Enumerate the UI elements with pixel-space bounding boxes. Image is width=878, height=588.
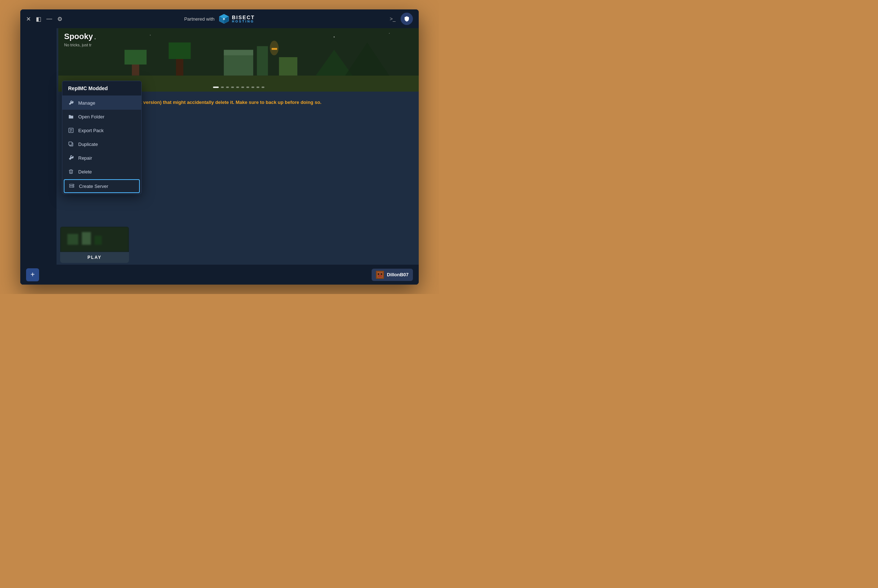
carousel-dot-4[interactable] [231,87,234,88]
terminal-button[interactable]: >_ [390,16,396,22]
menu-repair-label: Repair [78,155,92,161]
carousel-dot-10[interactable] [261,87,264,88]
svg-rect-37 [381,273,382,275]
menu-item-repair[interactable]: Repair [62,151,141,165]
context-menu-title: RepIMC Modded [62,81,141,96]
minimize-button[interactable]: — [47,16,52,22]
svg-rect-12 [224,50,253,56]
carousel-dot-1[interactable] [213,87,219,88]
svg-rect-14 [279,57,297,76]
repair-svg [69,155,74,160]
svg-rect-11 [224,54,253,76]
svg-text:B: B [223,17,225,21]
svg-point-33 [73,186,74,187]
carousel-dots [213,87,264,88]
instance-title: Spooky [64,32,93,41]
add-instance-button[interactable]: + [26,268,39,281]
carousel-dot-8[interactable] [251,87,254,88]
bisect-logo: B BISECT HOSTING [218,13,255,25]
avatar-svg [376,271,384,279]
carousel-dot-2[interactable] [221,87,224,88]
instance-card-thumbnail [60,226,129,252]
menu-manage-label: Manage [78,100,95,106]
menu-item-open-folder[interactable]: Open Folder [62,110,141,123]
user-name-label: DillonB07 [387,272,408,278]
svg-rect-29 [69,142,72,145]
partnered-with-label: Partnered with [184,16,215,22]
instance-card[interactable]: PLAY [60,226,129,263]
folder-svg [69,114,74,119]
save-button[interactable]: ◧ [36,16,41,22]
server-icon [69,183,75,189]
close-button[interactable]: ✕ [26,16,31,22]
instance-subtitle: No tricks, just tr [64,43,93,47]
main-content: Spooky No tricks, just tr Beware of inst… [20,28,419,285]
carousel-dot-6[interactable] [241,87,244,88]
instance-info: Spooky No tricks, just tr [64,32,93,47]
carousel-dot-9[interactable] [257,87,259,88]
app-window: ✕ ◧ — ⚙ Partnered with B BISECT HOSTING [20,9,419,285]
menu-create-server-label: Create Server [79,184,108,189]
carousel-dot-5[interactable] [236,87,239,88]
bisect-text: BISECT HOSTING [232,15,255,23]
menu-export-pack-label: Export Pack [78,128,104,133]
svg-rect-10 [169,42,191,59]
title-bar-controls: ✕ ◧ — ⚙ [26,16,62,22]
svg-rect-8 [125,50,147,65]
title-bar: ✕ ◧ — ⚙ Partnered with B BISECT HOSTING [20,9,419,28]
title-bar-center: Partnered with B BISECT HOSTING [184,13,255,25]
wrench-svg [69,100,74,105]
svg-rect-26 [95,236,102,245]
svg-point-19 [95,38,96,39]
svg-rect-39 [379,276,381,276]
shield-icon [404,16,410,22]
user-badge[interactable]: DillonB07 [372,268,413,281]
export-svg [69,128,74,133]
context-menu: RepIMC Modded Manage Open Folder [62,81,142,194]
trash-icon [68,169,74,174]
svg-rect-24 [68,234,78,245]
export-icon [68,128,74,133]
menu-item-export-pack[interactable]: Export Pack [62,123,141,137]
bisect-name: BISECT [232,15,255,20]
menu-item-create-server[interactable]: Create Server [64,179,140,193]
svg-rect-13 [257,46,268,75]
svg-rect-36 [378,273,379,275]
bottom-bar: + DillonB07 [20,265,419,285]
wrench-icon [68,100,74,106]
menu-duplicate-label: Duplicate [78,142,98,147]
settings-button[interactable]: ⚙ [57,16,62,22]
menu-item-delete[interactable]: Delete [62,165,141,178]
menu-item-duplicate[interactable]: Duplicate [62,137,141,151]
folder-icon [68,114,74,120]
duplicate-icon [68,141,74,147]
instance-play-button[interactable]: PLAY [60,252,129,263]
duplicate-svg [69,142,74,147]
menu-item-manage[interactable]: Manage [62,96,141,110]
svg-point-20 [150,35,151,36]
shield-button[interactable] [401,13,413,25]
menu-open-folder-label: Open Folder [78,114,104,120]
svg-point-21 [333,37,335,38]
carousel-dot-7[interactable] [246,87,249,88]
bisect-cube-icon: B [218,13,230,25]
svg-rect-25 [82,232,91,245]
instance-thumb-svg [60,226,129,252]
svg-point-22 [389,33,390,34]
user-avatar [376,271,384,279]
server-svg [69,184,74,189]
repair-icon [68,155,74,161]
trash-svg [69,169,74,174]
svg-point-32 [73,184,74,185]
title-bar-right: >_ [390,13,413,25]
menu-delete-label: Delete [78,169,92,174]
sidebar [20,28,57,285]
svg-point-16 [270,40,279,56]
bisect-sub: HOSTING [232,20,255,23]
carousel-dot-3[interactable] [226,87,229,88]
